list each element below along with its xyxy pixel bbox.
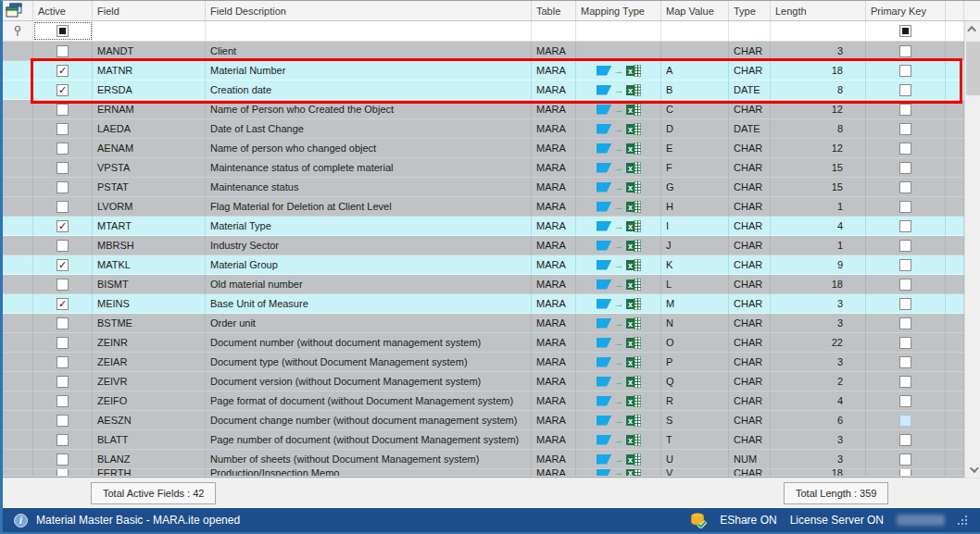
table-row[interactable]: ✓MATNRMaterial NumberMARA→xACHAR18 (3, 61, 964, 81)
primary-key-checkbox[interactable] (899, 181, 911, 193)
vertical-scrollbar[interactable] (964, 21, 980, 478)
active-checkbox[interactable] (57, 469, 69, 477)
active-checkbox[interactable] (57, 162, 69, 174)
table-row[interactable]: BLATTPage number of document (without Do… (3, 430, 964, 450)
filter-type-cell[interactable] (729, 21, 771, 41)
primary-key-cell (866, 255, 946, 275)
column-header-length[interactable]: Length (771, 1, 866, 20)
filter-map-value-cell[interactable] (661, 21, 729, 41)
primary-key-checkbox[interactable] (899, 65, 911, 77)
primary-key-checkbox[interactable] (899, 279, 911, 291)
table-row[interactable]: ZEIFOPage format of document (without Do… (3, 391, 964, 411)
table-row[interactable]: VPSTAMaintenance status of complete mate… (3, 158, 964, 178)
scroll-down-button[interactable] (965, 462, 980, 478)
table-row[interactable]: ✓MTARTMaterial TypeMARA→xICHAR4 (3, 217, 964, 236)
primary-key-checkbox[interactable] (899, 298, 911, 310)
active-checkbox[interactable]: ✓ (57, 65, 69, 77)
filter-description-cell[interactable] (206, 21, 532, 41)
column-header-type[interactable]: Type (729, 1, 771, 20)
primary-key-checkbox[interactable] (899, 395, 911, 407)
column-header-table[interactable]: Table (532, 1, 576, 20)
table-row[interactable]: FERTHProduction/Inspection MemoMARA→xVCH… (3, 469, 964, 477)
active-checkbox[interactable] (57, 181, 69, 193)
table-row[interactable]: ERNAMName of Person who Created the Obje… (3, 100, 964, 119)
license-server-status[interactable]: License Server ON (790, 514, 884, 527)
primary-key-checkbox[interactable] (899, 104, 911, 116)
primary-key-checkbox[interactable] (899, 220, 911, 232)
table-row[interactable]: MBRSHIndustry SectorMARA→xJCHAR1 (3, 236, 964, 255)
column-header-primary-key[interactable]: Primary Key (866, 1, 946, 20)
filter-table-cell[interactable] (532, 21, 576, 41)
primary-key-checkbox[interactable] (899, 356, 911, 368)
active-filter-checkbox[interactable] (57, 25, 69, 37)
primary-key-checkbox[interactable] (899, 337, 911, 349)
active-checkbox[interactable]: ✓ (57, 259, 69, 271)
primary-key-checkbox[interactable] (899, 123, 911, 135)
active-checkbox[interactable] (57, 337, 69, 349)
table-row[interactable]: ✓MATKLMaterial GroupMARA→xKCHAR9 (3, 255, 964, 275)
primary-key-checkbox[interactable] (899, 162, 911, 174)
resize-grip[interactable] (958, 515, 968, 528)
active-checkbox[interactable] (57, 395, 69, 407)
primary-key-checkbox[interactable] (899, 45, 911, 57)
filter-mapping-cell[interactable] (576, 21, 661, 41)
active-checkbox[interactable] (57, 45, 69, 57)
filter-field-cell[interactable] (93, 21, 206, 41)
column-header-map-value[interactable]: Map Value (661, 1, 729, 20)
scrollbar-thumb[interactable] (966, 42, 980, 95)
table-row[interactable]: BSTMEOrder unitMARA→xNCHAR3 (3, 314, 964, 333)
table-row[interactable]: MANDTClientMARACHAR3 (3, 42, 964, 61)
active-checkbox[interactable] (57, 201, 69, 213)
table-row[interactable]: ZEIVRDocument version (without Document … (3, 372, 964, 391)
active-checkbox[interactable] (57, 356, 69, 368)
table-row[interactable]: LAEDADate of Last ChangeMARA→xDDATE8 (3, 119, 964, 139)
active-checkbox[interactable] (57, 279, 69, 291)
table-row[interactable]: LVORMFlag Material for Deletion at Clien… (3, 197, 964, 217)
primary-key-checkbox[interactable] (899, 317, 911, 329)
table-row[interactable]: AENAMName of person who changed objectMA… (3, 139, 964, 158)
filter-primary-key-cell[interactable] (866, 21, 946, 41)
primary-key-checkbox[interactable] (899, 259, 911, 271)
filter-length-cell[interactable] (771, 21, 866, 41)
active-checkbox[interactable]: ✓ (57, 220, 69, 232)
filter-active-cell[interactable] (33, 21, 93, 41)
primary-key-checkbox[interactable] (899, 376, 911, 388)
row-indicator-cell (3, 314, 33, 333)
active-checkbox[interactable]: ✓ (57, 298, 69, 310)
primary-key-checkbox[interactable] (899, 469, 911, 477)
primary-key-checkbox[interactable] (899, 240, 911, 252)
primary-key-checkbox[interactable] (899, 434, 911, 446)
active-checkbox[interactable] (57, 415, 69, 427)
column-header-field[interactable]: Field (93, 1, 206, 20)
table-row[interactable]: PSTATMaintenance statusMARA→xGCHAR15 (3, 178, 964, 197)
primary-key-checkbox[interactable] (899, 143, 911, 155)
primary-key-checkbox[interactable] (899, 415, 911, 427)
active-checkbox[interactable] (57, 317, 69, 329)
scroll-up-button[interactable] (965, 21, 980, 37)
active-checkbox[interactable] (57, 104, 69, 116)
column-header-active[interactable]: Active (33, 1, 93, 20)
active-checkbox[interactable] (57, 376, 69, 388)
table-row[interactable]: BLANZNumber of sheets (without Document … (3, 450, 964, 469)
table-row[interactable]: ZEIARDocument type (without Document Man… (3, 353, 964, 372)
table-row[interactable]: AESZNDocument change number (without doc… (3, 411, 964, 430)
active-checkbox[interactable] (57, 434, 69, 446)
active-checkbox[interactable] (57, 123, 69, 135)
active-checkbox[interactable] (57, 453, 69, 466)
column-header-field-description[interactable]: Field Description (206, 1, 532, 20)
table-row[interactable]: ✓ERSDACreation dateMARA→xBDATE8 (3, 81, 964, 100)
primary-key-checkbox[interactable] (899, 201, 911, 213)
primary-key-filter-checkbox[interactable] (899, 25, 911, 37)
grid-customize-button[interactable] (3, 1, 33, 20)
active-checkbox[interactable] (57, 240, 69, 252)
table-row[interactable]: BISMTOld material numberMARA→xLCHAR18 (3, 275, 964, 294)
primary-key-checkbox[interactable] (899, 453, 911, 466)
column-header-mapping-type[interactable]: Mapping Type (576, 1, 661, 20)
table-cell: MARA (532, 139, 576, 158)
table-row[interactable]: ✓MEINSBase Unit of MeasureMARA→xMCHAR3 (3, 294, 964, 314)
eshare-status[interactable]: EShare ON (720, 514, 776, 527)
table-row[interactable]: ZEINRDocument number (without document m… (3, 333, 964, 353)
active-checkbox[interactable] (57, 143, 69, 155)
active-checkbox[interactable]: ✓ (57, 84, 69, 96)
primary-key-checkbox[interactable] (899, 84, 911, 96)
